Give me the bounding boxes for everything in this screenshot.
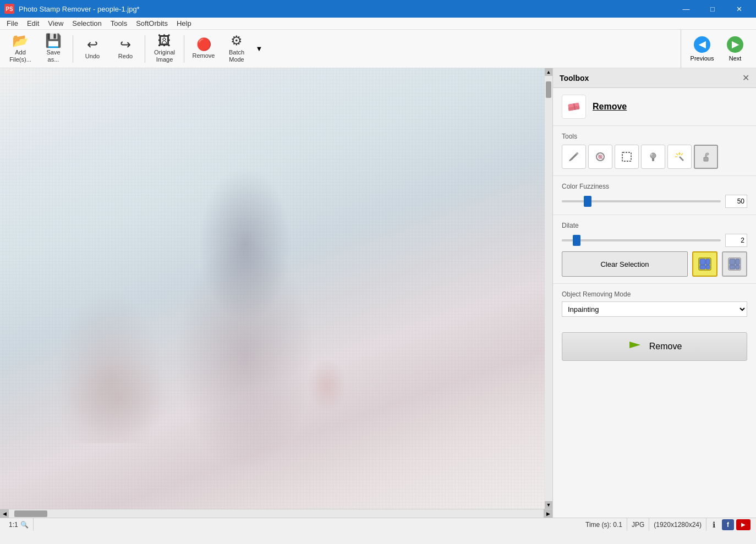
menubar: File Edit View Selection Tools SoftOrbit… [0,18,756,30]
youtube-button[interactable]: ▶ [736,519,750,530]
remove-toolbar-label: Remove [193,52,215,59]
remove-action-button[interactable]: Remove [562,332,747,361]
remove-button-label: Remove [649,342,682,351]
facebook-button[interactable]: f [722,519,734,530]
pencil-tool-button[interactable] [562,145,586,169]
previous-icon: ◀ [694,36,710,53]
titlebar: PS Photo Stamp Remover - people-1.jpg* —… [0,0,756,18]
scroll-up-arrow[interactable]: ▲ [545,68,552,76]
eraser-tool-button[interactable] [588,145,612,169]
minimize-button[interactable]: — [673,0,699,18]
save-as-label: Saveas... [46,49,60,63]
batch-mode-label: BatchMode [229,49,244,63]
scroll-thumb-h[interactable] [14,510,47,517]
add-files-button[interactable]: 📂 AddFile(s)... [4,32,36,65]
scroll-track-v[interactable] [545,76,552,501]
mode-label: Object Removing Mode [562,290,747,298]
remove-arrow-icon [627,337,643,356]
redo-label: Redo [118,53,133,59]
object-removing-mode-section: Object Removing Mode Inpainting Clone Sm… [553,284,756,323]
dilate-track [562,239,721,241]
svg-rect-25 [736,259,739,265]
menu-view[interactable]: View [43,18,68,29]
redo-button[interactable]: ↪ Redo [109,32,141,65]
remove-section-title[interactable]: Remove [593,102,627,112]
svg-rect-20 [706,259,710,265]
scroll-down-arrow[interactable]: ▼ [545,501,552,509]
canvas-area[interactable] [0,68,545,509]
menu-softorbits[interactable]: SoftOrbits [132,18,172,29]
redo-icon: ↪ [120,38,131,51]
remove-toolbar-button[interactable]: 🔴 Remove [188,32,220,65]
previous-label: Previous [691,55,714,62]
svg-rect-24 [730,265,735,269]
magic-wand-tool-button[interactable] [667,145,692,169]
previous-button[interactable]: ◀ Previous [686,32,719,65]
subtract-selection-button[interactable] [722,251,747,277]
format-label: JPG [632,521,644,529]
dilate-value[interactable]: 2 [725,234,747,247]
scroll-track-h[interactable] [9,509,544,518]
vertical-scrollbar[interactable]: ▲ ▼ [545,68,552,509]
tools-section: Tools [553,126,756,176]
color-fuzziness-slider[interactable] [562,196,721,207]
menu-help[interactable]: Help [172,18,196,29]
dilate-section: Dilate 2 Clear Selection [553,215,756,284]
menu-selection[interactable]: Selection [68,18,106,29]
dilate-slider-row: 2 [562,234,747,247]
fuzziness-thumb[interactable] [584,196,591,207]
original-image-label: OriginalImage [154,49,175,63]
svg-point-9 [650,153,653,156]
zoom-icon[interactable]: 🔍 [20,521,29,529]
maximize-button[interactable]: □ [700,0,725,18]
canvas-wrapper: ▲ ▼ ◀ ▶ [0,68,552,518]
next-label: Next [729,55,742,62]
canvas-image [0,68,545,509]
add-selection-button[interactable] [692,251,717,277]
menu-tools[interactable]: Tools [106,18,132,29]
dilate-fill [562,239,573,241]
toolbox-close-button[interactable]: ✕ [742,73,749,83]
svg-rect-23 [730,259,735,265]
original-image-button[interactable]: 🖼 OriginalImage [149,32,180,65]
toolbox-header: Toolbox ✕ [553,68,756,88]
smart-brush-tool-button[interactable] [641,145,665,169]
svg-rect-18 [700,259,705,265]
scroll-right-arrow[interactable]: ▶ [544,509,552,518]
dropdown-arrow[interactable]: ▼ [254,45,265,53]
batch-mode-icon: ⚙ [231,34,243,47]
svg-marker-27 [629,342,640,348]
clear-selection-button[interactable]: Clear Selection [562,251,688,277]
scroll-thumb-v[interactable] [546,81,551,98]
rect-select-tool-button[interactable] [615,145,639,169]
color-fuzziness-value[interactable]: 50 [725,195,747,208]
statusbar: 1:1 🔍 Time (s): 0.1 JPG (1920x1280x24) ℹ… [0,518,756,531]
menu-file[interactable]: File [2,18,23,29]
toolbox-title: Toolbox [560,74,589,83]
toolbar: 📂 AddFile(s)... 💾 Saveas... ↩ Undo ↪ Red… [0,30,756,68]
toolbar-sep-2 [145,35,145,63]
hand-silhouette [54,289,165,443]
svg-line-10 [680,157,683,161]
action-row: Clear Selection [562,251,747,277]
mode-select[interactable]: Inpainting Clone Smear [562,301,747,317]
menu-edit[interactable]: Edit [23,18,43,29]
next-button[interactable]: ▶ Next [719,32,752,65]
dilate-thumb[interactable] [573,235,580,246]
info-button[interactable]: ℹ [706,518,721,531]
horizontal-scrollbar[interactable]: ◀ ▶ [0,509,552,518]
undo-button[interactable]: ↩ Undo [76,32,108,65]
app-icon: PS [4,4,14,14]
color-fuzziness-section: Color Fuzziness 50 [553,176,756,215]
format-section: JPG [627,518,649,531]
stamp-tool-button[interactable] [694,145,718,169]
zoom-ratio: 1:1 [9,521,18,529]
save-as-button[interactable]: 💾 Saveas... [37,32,69,65]
close-button[interactable]: ✕ [726,0,752,18]
app-title: Photo Stamp Remover - people-1.jpg* [19,5,140,13]
nav-section: ◀ Previous ▶ Next [681,30,752,68]
svg-rect-19 [700,265,705,269]
batch-mode-button[interactable]: ⚙ BatchMode [221,32,253,65]
scroll-left-arrow[interactable]: ◀ [0,509,9,518]
dilate-slider[interactable] [562,235,721,246]
